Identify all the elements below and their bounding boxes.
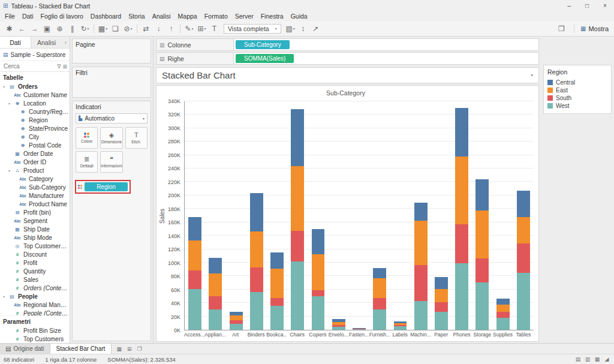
field-category[interactable]: AbcCategory	[0, 175, 70, 183]
legend-item-south[interactable]: South	[547, 94, 607, 102]
bar-fasten[interactable]	[353, 101, 366, 330]
bar-binders[interactable]	[250, 101, 263, 330]
field-customer-name[interactable]: AbcCustomer Name	[0, 91, 70, 99]
bar-labels[interactable]	[394, 101, 407, 330]
clear-sheet-icon[interactable]: ⊘▾	[122, 23, 134, 34]
close-button[interactable]: ×	[596, 0, 614, 11]
marks-pill-region[interactable]: Region	[85, 182, 128, 191]
bar-segment-south[interactable]	[270, 298, 284, 305]
field-orders-conteggio[interactable]: #Orders (Conteggio)	[0, 284, 70, 292]
menu-file[interactable]: File	[1, 13, 19, 20]
bar-segment-south[interactable]	[250, 267, 263, 292]
bar-segment-south[interactable]	[435, 302, 448, 312]
field-sub-category[interactable]: AbcSub-Category	[0, 183, 70, 191]
new-dashboard-tab-icon[interactable]: ⊞	[125, 346, 134, 352]
status-grid-view-icon[interactable]: ▤	[574, 356, 582, 362]
resize-grip-icon[interactable]: ◢	[603, 356, 610, 362]
tab-analisi[interactable]: Analisi	[31, 37, 62, 48]
parameter-top-customers[interactable]: #Top Customers	[0, 335, 70, 343]
sort-ascending-icon[interactable]: ↓	[152, 23, 165, 34]
datasource-tab[interactable]: ▤ Origine dati	[0, 344, 50, 354]
bar-segment-east[interactable]	[455, 157, 468, 224]
bar-segment-east[interactable]	[312, 254, 325, 290]
bar-access[interactable]	[188, 101, 201, 330]
bar-segment-south[interactable]	[209, 296, 222, 309]
field-regional-manager[interactable]: AbcRegional Manager	[0, 300, 70, 309]
bar-storage[interactable]	[475, 101, 489, 330]
new-worksheet-tab-icon[interactable]: ▦	[115, 346, 124, 352]
expand-caret-icon[interactable]: ▾	[7, 169, 11, 173]
bar-segment-south[interactable]	[291, 231, 304, 261]
share-icon[interactable]: ↗	[309, 23, 322, 34]
show-hide-cards-icon[interactable]: ▧▾	[284, 23, 297, 34]
pause-updates-icon[interactable]: ∥	[66, 23, 79, 34]
field-sales[interactable]: #Sales	[0, 275, 70, 284]
menu-mappa[interactable]: Mappa	[174, 13, 201, 20]
bar-paper[interactable]	[435, 101, 448, 330]
field-postal-code[interactable]: ⊕Postal Code	[0, 141, 70, 149]
bar-segment-west[interactable]	[517, 273, 530, 330]
bar-segment-central[interactable]	[291, 109, 304, 167]
bar-segment-west[interactable]	[270, 306, 284, 330]
bar-segment-west[interactable]	[455, 263, 468, 330]
collapse-pane-icon[interactable]: ‹	[62, 37, 70, 48]
field-discount[interactable]: #Discount	[0, 250, 70, 258]
bar-art[interactable]	[230, 101, 243, 330]
marks-button-colore[interactable]: Colore	[76, 127, 98, 149]
maximize-button[interactable]: □	[578, 0, 596, 11]
show-me-button[interactable]: ▦ Mostra	[580, 25, 609, 32]
marks-button-informazioni[interactable]: ❝Informazioni	[100, 151, 122, 173]
bar-segment-central[interactable]	[435, 277, 448, 289]
bar-segment-west[interactable]	[435, 312, 448, 330]
field-quantity[interactable]: #Quantity	[0, 267, 70, 275]
field-ship-mode[interactable]: AbcShip Mode	[0, 233, 70, 242]
field-profit-bin[interactable]: ⊟Profit (bin)	[0, 208, 70, 216]
refresh-icon[interactable]: ↻▾	[79, 23, 91, 34]
menu-storia[interactable]: Storia	[125, 13, 148, 20]
bar-segment-east[interactable]	[496, 305, 510, 312]
swap-axes-icon[interactable]: ⇄	[140, 23, 152, 34]
columns-shelf-area[interactable]: Sub-Category	[234, 38, 539, 51]
bar-segment-central[interactable]	[455, 108, 468, 157]
bar-segment-east[interactable]	[188, 240, 201, 270]
filter-icon[interactable]: ∇	[57, 64, 61, 70]
search-input[interactable]	[2, 62, 55, 70]
bar-envelo[interactable]	[332, 101, 345, 330]
expand-caret-icon[interactable]: ▾	[2, 294, 6, 299]
bar-segment-east[interactable]	[230, 315, 243, 320]
bar-segment-west[interactable]	[496, 318, 510, 330]
sort-descending-icon[interactable]: ↑	[165, 23, 177, 34]
bar-tables[interactable]	[517, 101, 530, 330]
bar-segment-central[interactable]	[188, 217, 201, 240]
bar-segment-west[interactable]	[332, 327, 345, 330]
parameter-profit-bin-size[interactable]: #Profit Bin Size	[0, 326, 70, 335]
bar-segment-west[interactable]	[312, 296, 325, 330]
field-orders[interactable]: ▾▤Orders	[0, 82, 70, 91]
field-product[interactable]: ▾∴Product	[0, 166, 70, 175]
field-profit[interactable]: #Profit	[0, 258, 70, 267]
pages-shelf[interactable]: Pagine	[72, 38, 151, 64]
datasource-item[interactable]: ▤ Sample - Superstore	[0, 49, 70, 61]
bar-segment-south[interactable]	[312, 290, 325, 296]
bar-segment-south[interactable]	[414, 265, 428, 301]
tableau-logo-icon[interactable]: ✱	[3, 23, 16, 34]
view-options-icon[interactable]: ⊞	[62, 64, 67, 70]
bar-segment-east[interactable]	[414, 221, 428, 265]
bar-furnish[interactable]	[373, 101, 386, 330]
bar-segment-central[interactable]	[517, 191, 530, 217]
field-location[interactable]: ▾⊕Location	[0, 99, 70, 107]
field-region[interactable]: ⊕Region	[0, 116, 70, 124]
field-product-name[interactable]: AbcProduct Name	[0, 200, 70, 208]
fit-mode-dropdown[interactable]: Vista completa ▾	[224, 24, 281, 34]
marks-button-dettagli[interactable]: ≣Dettagli	[76, 151, 98, 173]
presentation-mode-icon[interactable]: ❐	[555, 23, 568, 34]
menu-finestra[interactable]: Finestra	[257, 13, 287, 20]
bar-segment-west[interactable]	[353, 329, 366, 330]
bar-segment-central[interactable]	[209, 258, 222, 273]
field-ship-date[interactable]: ▦Ship Date	[0, 225, 70, 233]
bar-segment-west[interactable]	[394, 326, 407, 330]
new-worksheet-icon[interactable]: ▦▾	[97, 23, 109, 34]
bar-segment-west[interactable]	[291, 261, 304, 330]
bar-segment-central[interactable]	[496, 299, 510, 305]
menu-analisi[interactable]: Analisi	[149, 13, 174, 20]
